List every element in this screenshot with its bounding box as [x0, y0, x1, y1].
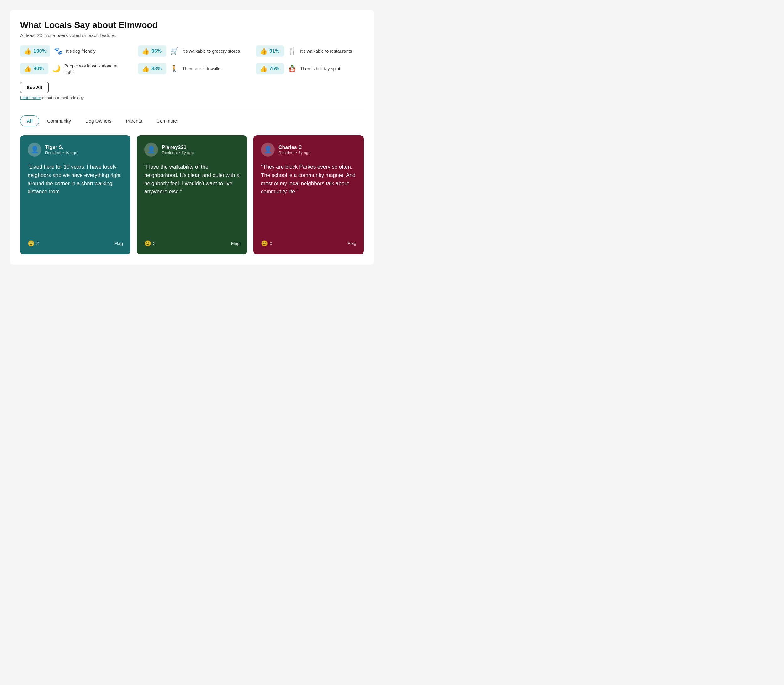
review-text-0: "Lived here for 10 years, I have lovely …	[28, 163, 123, 230]
smiley-icon-0: 🙂	[28, 240, 34, 247]
user-icon-0: 👤	[31, 146, 39, 154]
thumbs-pct-5: 75%	[269, 66, 279, 71]
thumbs-pct-0: 100%	[34, 48, 46, 54]
reviewer-header-0: 👤 Tiger S. Resident • 4y ago	[28, 143, 123, 157]
review-card-0: 👤 Tiger S. Resident • 4y ago "Lived here…	[20, 135, 130, 255]
feature-item-5: 👍 75% 🪆 There's holiday spirit	[256, 63, 364, 75]
features-grid: 👍 100% 🐾 It's dog friendly 👍 96% 🛒 It's …	[20, 45, 364, 75]
thumbs-up-icon-5: 👍	[260, 65, 267, 73]
feature-item-4: 👍 83% 🚶 There are sidewalks	[138, 63, 246, 75]
reviewer-name-2: Charles C	[279, 144, 311, 150]
thumbs-badge-4: 👍 83%	[138, 63, 166, 75]
feature-icon-5: 🪆	[288, 65, 296, 73]
thumbs-pct-2: 91%	[269, 48, 279, 54]
reaction-2: 🙂 0	[261, 240, 272, 247]
thumbs-badge-3: 👍 90%	[20, 63, 48, 75]
tab-commute[interactable]: Commute	[150, 115, 183, 127]
thumbs-up-icon-1: 👍	[142, 47, 150, 55]
avatar-2: 👤	[261, 143, 275, 157]
smiley-icon-2: 🙂	[261, 240, 268, 247]
reviewer-info-1: Planey221 Resident • 5y ago	[162, 144, 194, 155]
feature-icon-1: 🛒	[170, 47, 178, 55]
page-container: What Locals Say about Elmwood At least 2…	[10, 10, 374, 265]
flag-button-2[interactable]: Flag	[348, 241, 356, 246]
review-text-2: "They are block Parkes every so often. T…	[261, 163, 356, 230]
review-card-2: 👤 Charles C Resident • 5y ago "They are …	[253, 135, 364, 255]
thumbs-pct-1: 96%	[151, 48, 162, 54]
review-card-1: 👤 Planey221 Resident • 5y ago "I love th…	[137, 135, 247, 255]
reviews-grid: 👤 Tiger S. Resident • 4y ago "Lived here…	[20, 135, 364, 255]
user-icon-2: 👤	[264, 146, 272, 154]
reviewer-meta-0: Resident • 4y ago	[45, 150, 77, 155]
tab-parents[interactable]: Parents	[119, 115, 149, 127]
reaction-count-1: 3	[153, 241, 156, 246]
feature-label-0: It's dog friendly	[66, 48, 96, 54]
reviewer-header-2: 👤 Charles C Resident • 5y ago	[261, 143, 356, 157]
feature-icon-2: 🍴	[288, 47, 296, 55]
tab-all[interactable]: All	[20, 115, 39, 127]
section-divider	[20, 109, 364, 109]
reviewer-name-1: Planey221	[162, 144, 194, 150]
reviewer-name-0: Tiger S.	[45, 144, 77, 150]
feature-label-2: It's walkable to restaurants	[300, 48, 352, 54]
reviewer-header-1: 👤 Planey221 Resident • 5y ago	[144, 143, 240, 157]
feature-item-1: 👍 96% 🛒 It's walkable to grocery stores	[138, 45, 246, 57]
tabs-container: AllCommunityDog OwnersParentsCommute	[20, 115, 364, 127]
thumbs-badge-1: 👍 96%	[138, 45, 166, 57]
review-text-1: "I love the walkability of the neighborh…	[144, 163, 240, 230]
thumbs-pct-3: 90%	[34, 66, 44, 71]
avatar-0: 👤	[28, 143, 41, 157]
feature-item-0: 👍 100% 🐾 It's dog friendly	[20, 45, 128, 57]
thumbs-badge-2: 👍 91%	[256, 45, 284, 57]
thumbs-up-icon-2: 👍	[260, 47, 267, 55]
flag-button-1[interactable]: Flag	[231, 241, 240, 246]
smiley-icon-1: 🙂	[144, 240, 151, 247]
reaction-count-0: 2	[36, 241, 39, 246]
feature-label-4: There are sidewalks	[182, 66, 221, 71]
page-title: What Locals Say about Elmwood	[20, 20, 364, 30]
feature-label-3: People would walk alone at night	[64, 63, 128, 75]
feature-icon-4: 🚶	[170, 65, 178, 73]
feature-label-1: It's walkable to grocery stores	[182, 48, 240, 54]
reviewer-meta-1: Resident • 5y ago	[162, 150, 194, 155]
review-footer-0: 🙂 2 Flag	[28, 236, 123, 247]
feature-item-3: 👍 90% 🌙 People would walk alone at night	[20, 63, 128, 75]
avatar-1: 👤	[144, 143, 158, 157]
feature-item-2: 👍 91% 🍴 It's walkable to restaurants	[256, 45, 364, 57]
thumbs-badge-5: 👍 75%	[256, 63, 284, 75]
thumbs-up-icon-4: 👍	[142, 65, 150, 73]
user-icon-1: 👤	[147, 146, 156, 154]
review-footer-2: 🙂 0 Flag	[261, 236, 356, 247]
tab-community[interactable]: Community	[40, 115, 78, 127]
feature-label-5: There's holiday spirit	[300, 66, 340, 71]
feature-icon-0: 🐾	[54, 47, 62, 55]
reviewer-meta-2: Resident • 5y ago	[279, 150, 311, 155]
learn-more-text: Learn more about our methodology.	[20, 96, 364, 100]
review-footer-1: 🙂 3 Flag	[144, 236, 240, 247]
thumbs-up-icon-3: 👍	[24, 65, 32, 73]
reaction-1: 🙂 3	[144, 240, 156, 247]
reviewer-info-2: Charles C Resident • 5y ago	[279, 144, 311, 155]
reviewer-info-0: Tiger S. Resident • 4y ago	[45, 144, 77, 155]
flag-button-0[interactable]: Flag	[115, 241, 123, 246]
reaction-count-2: 0	[270, 241, 272, 246]
thumbs-pct-4: 83%	[151, 66, 162, 71]
reaction-0: 🙂 2	[28, 240, 39, 247]
feature-icon-3: 🌙	[52, 65, 60, 73]
thumbs-badge-0: 👍 100%	[20, 45, 50, 57]
thumbs-up-icon-0: 👍	[24, 47, 32, 55]
tab-dog-owners[interactable]: Dog Owners	[79, 115, 118, 127]
subtitle: At least 20 Trulia users voted on each f…	[20, 32, 364, 38]
learn-more-link[interactable]: Learn more	[20, 96, 41, 100]
see-all-button[interactable]: See All	[20, 82, 49, 93]
